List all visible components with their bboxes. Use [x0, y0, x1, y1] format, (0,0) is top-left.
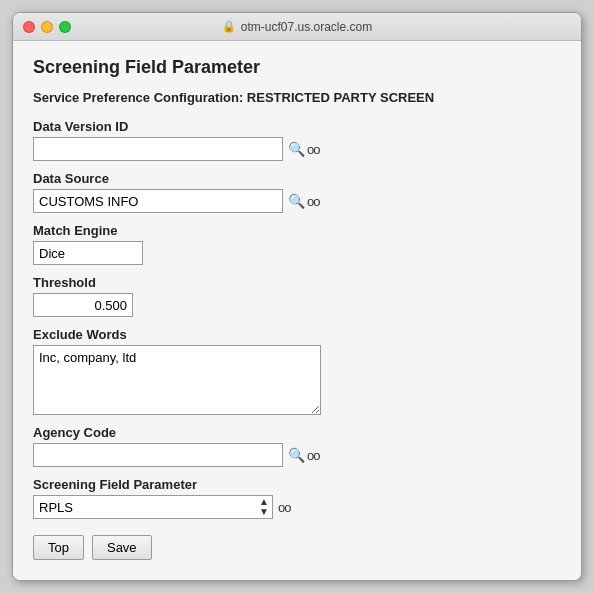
page-subtitle: Service Preference Configuration: RESTRI…	[33, 90, 561, 105]
screening-field-parameter-select[interactable]: RPLS	[33, 495, 273, 519]
agency-code-glasses-icon[interactable]: oo	[307, 448, 319, 463]
exclude-words-row: Inc, company, ltd	[33, 345, 561, 415]
threshold-group: Threshold	[33, 275, 561, 317]
agency-code-icons: 🔍 oo	[288, 447, 319, 463]
agency-code-group: Agency Code 🔍 oo	[33, 425, 561, 467]
window-title: 🔒 otm-ucf07.us.oracle.com	[222, 20, 372, 34]
window-title-text: otm-ucf07.us.oracle.com	[241, 20, 372, 34]
agency-code-label: Agency Code	[33, 425, 561, 440]
screening-field-parameter-label: Screening Field Parameter	[33, 477, 561, 492]
data-version-id-input[interactable]	[33, 137, 283, 161]
data-version-id-row: 🔍 oo	[33, 137, 561, 161]
data-version-id-label: Data Version ID	[33, 119, 561, 134]
minimize-button[interactable]	[41, 21, 53, 33]
data-version-id-icons: 🔍 oo	[288, 141, 319, 157]
match-engine-input[interactable]	[33, 241, 143, 265]
match-engine-label: Match Engine	[33, 223, 561, 238]
match-engine-group: Match Engine	[33, 223, 561, 265]
content-area: Screening Field Parameter Service Prefer…	[13, 41, 581, 580]
screening-field-parameter-group: Screening Field Parameter RPLS ▲ ▼ oo	[33, 477, 561, 519]
close-button[interactable]	[23, 21, 35, 33]
title-bar: 🔒 otm-ucf07.us.oracle.com	[13, 13, 581, 41]
agency-code-input[interactable]	[33, 443, 283, 467]
data-source-label: Data Source	[33, 171, 561, 186]
traffic-lights	[23, 21, 71, 33]
save-button[interactable]: Save	[92, 535, 152, 560]
page-title: Screening Field Parameter	[33, 57, 561, 78]
agency-code-search-icon[interactable]: 🔍	[288, 447, 305, 463]
data-source-group: Data Source 🔍 oo	[33, 171, 561, 213]
data-version-id-glasses-icon[interactable]: oo	[307, 142, 319, 157]
match-engine-row	[33, 241, 561, 265]
data-source-glasses-icon[interactable]: oo	[307, 194, 319, 209]
agency-code-row: 🔍 oo	[33, 443, 561, 467]
button-row: Top Save	[33, 535, 561, 560]
top-button[interactable]: Top	[33, 535, 84, 560]
exclude-words-label: Exclude Words	[33, 327, 561, 342]
data-source-search-icon[interactable]: 🔍	[288, 193, 305, 209]
data-source-input[interactable]	[33, 189, 283, 213]
threshold-input[interactable]	[33, 293, 133, 317]
screening-field-glasses-icon[interactable]: oo	[278, 500, 290, 515]
application-window: 🔒 otm-ucf07.us.oracle.com Screening Fiel…	[12, 12, 582, 581]
threshold-row	[33, 293, 561, 317]
data-source-icons: 🔍 oo	[288, 193, 319, 209]
exclude-words-group: Exclude Words Inc, company, ltd	[33, 327, 561, 415]
exclude-words-input[interactable]: Inc, company, ltd	[33, 345, 321, 415]
lock-icon: 🔒	[222, 20, 236, 33]
threshold-label: Threshold	[33, 275, 561, 290]
data-source-row: 🔍 oo	[33, 189, 561, 213]
screening-field-icons: oo	[278, 500, 290, 515]
screening-field-parameter-select-wrapper: RPLS ▲ ▼	[33, 495, 273, 519]
data-version-id-search-icon[interactable]: 🔍	[288, 141, 305, 157]
data-version-id-group: Data Version ID 🔍 oo	[33, 119, 561, 161]
maximize-button[interactable]	[59, 21, 71, 33]
screening-field-parameter-row: RPLS ▲ ▼ oo	[33, 495, 561, 519]
